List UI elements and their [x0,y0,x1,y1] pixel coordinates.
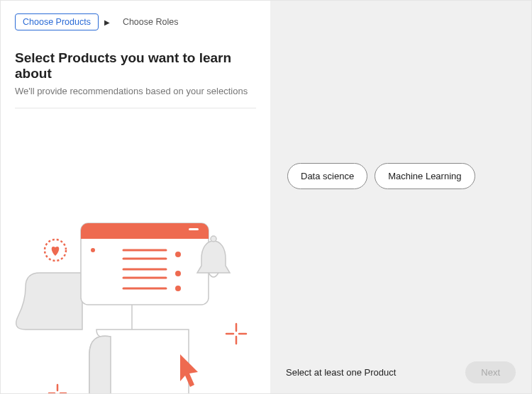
product-illustration [11,195,260,393]
svg-point-13 [91,248,95,252]
svg-point-15 [211,236,216,242]
right-pane: Data science Machine Learning Select at … [270,1,531,393]
left-pane: Choose Products ▶ Choose Roles Select Pr… [1,1,270,393]
breadcrumb-step-roles[interactable]: Choose Roles [116,14,186,30]
page-title: Select Products you want to learn about [15,50,256,81]
product-chip-list: Data science Machine Learning [270,1,531,351]
page-subtitle: We'll provide recommendations based on y… [15,86,256,96]
next-button[interactable]: Next [465,361,516,383]
breadcrumb-step-products[interactable]: Choose Products [15,13,99,30]
svg-point-7 [175,252,181,257]
product-chip-machine-learning[interactable]: Machine Learning [375,163,475,189]
svg-rect-3 [81,232,209,239]
divider [15,108,256,108]
footer: Select at least one Product Next [270,351,531,393]
breadcrumb: Choose Products ▶ Choose Roles [15,13,256,30]
svg-point-12 [175,286,181,291]
svg-point-10 [175,271,181,276]
product-chip-data-science[interactable]: Data science [287,163,367,189]
svg-rect-4 [189,228,199,230]
selection-hint: Select at least one Product [286,367,396,378]
chevron-right-icon: ▶ [104,18,110,26]
